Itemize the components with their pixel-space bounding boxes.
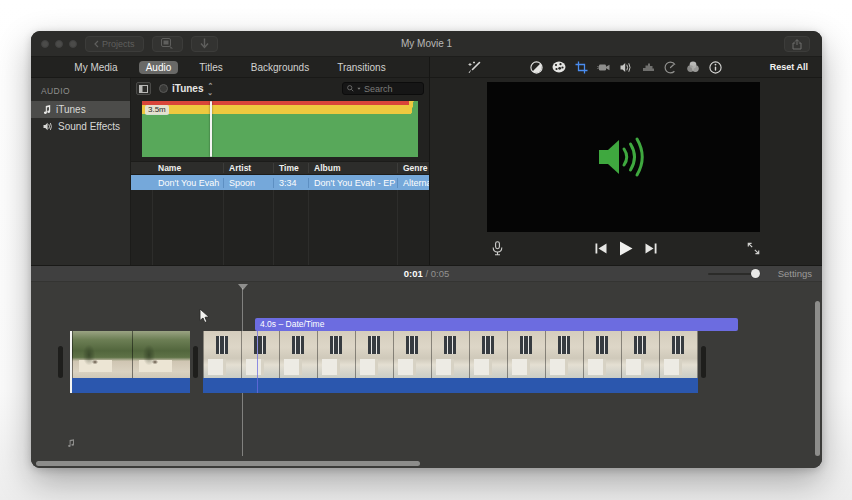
import-button[interactable] xyxy=(191,36,218,52)
mouse-cursor xyxy=(199,308,210,324)
background-music-well[interactable] xyxy=(60,439,811,458)
close-icon[interactable] xyxy=(41,40,49,48)
audio-sidebar: AUDIO iTunes Sound Effects xyxy=(31,78,131,265)
source-dropdown[interactable]: iTunes ⌃⌃ xyxy=(159,83,213,95)
skip-back-button[interactable] xyxy=(595,243,607,254)
search-input[interactable] xyxy=(364,84,419,94)
column-header-album[interactable]: Album xyxy=(309,163,398,173)
speaker-icon xyxy=(43,122,53,131)
playhead-handle[interactable] xyxy=(238,284,248,290)
adjust-toolbar: Reset All xyxy=(430,57,822,78)
enhance-wand-icon[interactable] xyxy=(468,61,481,74)
sidebar-toggle-button[interactable] xyxy=(136,82,151,95)
share-button[interactable] xyxy=(784,36,810,52)
skip-forward-button[interactable] xyxy=(645,243,657,254)
song-waveform[interactable]: 3.5m xyxy=(142,101,418,157)
tab-transitions[interactable]: Transitions xyxy=(330,61,393,74)
table-header-row: Name Artist Time Album Genre xyxy=(131,161,429,175)
music-note-icon xyxy=(67,439,75,448)
zoom-slider-track xyxy=(708,273,757,275)
waveform-taper xyxy=(409,101,418,114)
sidebar-item-sound-effects[interactable]: Sound Effects xyxy=(31,118,130,135)
title-clip[interactable]: 4.0s – Date/Time xyxy=(255,318,738,331)
media-browser-button[interactable] xyxy=(152,36,183,52)
viewer-area xyxy=(430,78,822,265)
settings-button[interactable]: Settings xyxy=(778,268,812,279)
sidebar-toggle-icon xyxy=(139,85,148,93)
cell-genre: Alterna xyxy=(398,178,429,188)
vertical-scrollbar[interactable] xyxy=(815,301,820,456)
timeline-toolbar: 0:01 / 0:05 Settings xyxy=(31,266,822,282)
tab-audio[interactable]: Audio xyxy=(139,61,179,74)
timecode-total: 0:05 xyxy=(431,268,450,279)
title-clip-anchor xyxy=(257,331,258,393)
import-arrow-icon xyxy=(200,38,209,49)
speed-icon[interactable] xyxy=(664,61,677,74)
cell-album: Don't You Evah - EP xyxy=(309,178,398,188)
sidebar-item-itunes[interactable]: iTunes xyxy=(31,101,130,118)
clip-edge-handle[interactable] xyxy=(193,346,198,378)
clip-filmstrip xyxy=(72,331,190,378)
clip-edge-handle[interactable] xyxy=(701,346,706,378)
reset-all-button[interactable]: Reset All xyxy=(770,62,808,72)
column-header-genre[interactable]: Genre xyxy=(398,163,429,173)
source-label: iTunes xyxy=(172,83,203,94)
audio-browser: iTunes ⌃⌃ xyxy=(131,78,429,265)
table-row-selected[interactable]: Don't You Evah Spoon 3:34 Don't You Evah… xyxy=(131,175,429,190)
source-circle-icon xyxy=(159,84,168,93)
tab-my-media[interactable]: My Media xyxy=(67,61,124,74)
media-browser-panel: My Media Audio Titles Backgrounds Transi… xyxy=(31,57,430,265)
column-header-artist[interactable]: Artist xyxy=(224,163,274,173)
window-title: My Movie 1 xyxy=(31,38,822,49)
stabilization-icon[interactable] xyxy=(597,62,611,73)
color-correction-icon[interactable] xyxy=(552,61,566,73)
tab-titles[interactable]: Titles xyxy=(192,61,230,74)
fullscreen-button[interactable] xyxy=(747,242,760,255)
info-icon[interactable] xyxy=(709,61,722,74)
browser-toolbar: iTunes ⌃⌃ xyxy=(131,78,429,99)
audio-speaker-icon xyxy=(593,133,655,181)
play-button[interactable] xyxy=(619,241,633,256)
search-field[interactable] xyxy=(342,82,424,95)
playback-controls xyxy=(430,232,822,265)
zoom-icon[interactable] xyxy=(69,40,77,48)
clip-audio-track xyxy=(72,378,190,393)
timecode: 0:01 / 0:05 xyxy=(404,268,449,279)
share-icon xyxy=(792,39,802,50)
voiceover-mic-icon[interactable] xyxy=(492,241,503,256)
video-clip-garden[interactable] xyxy=(70,331,190,393)
waveform-peak-yellow xyxy=(142,105,409,114)
color-balance-icon[interactable] xyxy=(530,61,543,74)
tab-backgrounds[interactable]: Backgrounds xyxy=(244,61,316,74)
search-scope-chevron-icon xyxy=(357,87,361,91)
projects-button[interactable]: Projects xyxy=(85,36,144,52)
column-header-name[interactable]: Name xyxy=(153,163,224,173)
column-header-time[interactable]: Time xyxy=(274,163,309,173)
empty-col xyxy=(309,190,398,265)
noise-reduction-icon[interactable] xyxy=(642,62,655,72)
clip-edge-handle[interactable] xyxy=(58,346,63,378)
clip-audio-track xyxy=(203,378,698,393)
empty-col xyxy=(131,190,153,265)
color-filters-icon[interactable] xyxy=(686,61,700,73)
viewer-screen xyxy=(487,82,760,232)
song-table: Name Artist Time Album Genre Don't You E… xyxy=(131,161,429,265)
search-icon xyxy=(347,84,354,93)
traffic-lights[interactable] xyxy=(41,40,77,48)
main-content: My Media Audio Titles Backgrounds Transi… xyxy=(31,57,822,266)
crop-icon[interactable] xyxy=(575,61,588,74)
timeline-zoom-slider[interactable] xyxy=(708,269,760,279)
volume-icon[interactable] xyxy=(620,62,633,73)
music-note-icon xyxy=(43,105,51,115)
minimize-icon[interactable] xyxy=(55,40,63,48)
back-chevron-icon xyxy=(94,40,99,48)
horizontal-scrollbar[interactable] xyxy=(36,461,420,466)
video-clip-interior[interactable] xyxy=(203,331,698,393)
media-browser-icon xyxy=(161,38,174,49)
zoom-slider-thumb[interactable] xyxy=(751,269,760,278)
clip-filmstrip xyxy=(203,331,698,378)
titlebar: Projects My Movie 1 xyxy=(31,31,822,57)
timeline[interactable]: 4.0s – Date/Time xyxy=(31,282,822,468)
browser-body: AUDIO iTunes Sound Effects xyxy=(31,78,429,265)
cell-time: 3:34 xyxy=(274,178,309,188)
